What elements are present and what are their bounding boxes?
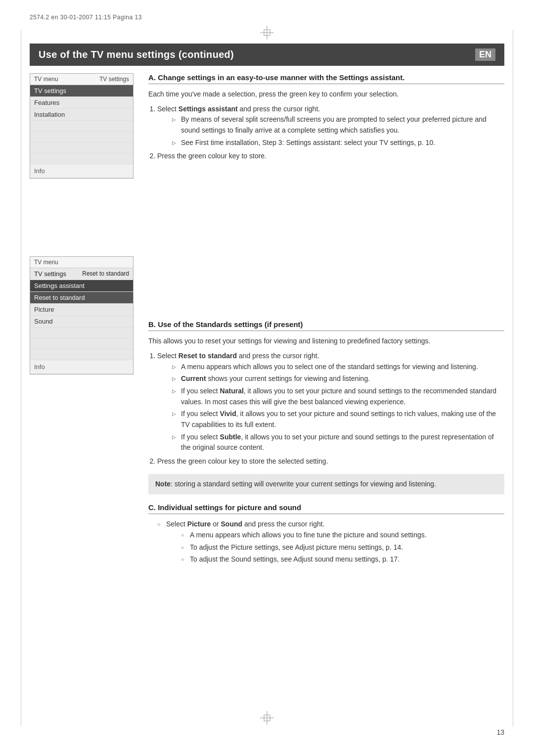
margin-line-left	[21, 30, 21, 726]
section-a-sub-2: See First time installation, Step 3: Set…	[172, 138, 504, 148]
section-a-steps: Select Settings assistant and press the …	[157, 104, 504, 162]
section-a-step-2: Press the green colour key to store.	[157, 151, 504, 162]
panel2-row-sound[interactable]: Sound	[30, 316, 133, 328]
section-b-sub-3: If you select Natural, it allows you to …	[172, 386, 504, 407]
panel2-tv-settings-label: TV settings	[34, 270, 66, 278]
panel1-header-right: TV settings	[99, 76, 129, 83]
section-b-step-1: Select Reset to standard and press the c…	[157, 351, 504, 453]
section-c-title: C. Individual settings for picture and s…	[148, 503, 504, 514]
crosshair-top	[260, 26, 274, 41]
section-b-step-2: Press the green colour key to store the …	[157, 456, 504, 467]
panel2-row-empty3	[30, 349, 133, 360]
section-a-sub-1: By means of several split screens/full s…	[172, 114, 504, 136]
section-b-sub-4: If you select Vivid, it allows you to se…	[172, 409, 504, 430]
section-c-sub-1: A menu appears which allows you to fine …	[181, 530, 504, 541]
section-a: A. Change settings in an easy-to-use man…	[148, 73, 504, 162]
panel1-row-tv-settings[interactable]: TV settings	[30, 85, 133, 97]
section-c-sub-2: To adjust the Picture settings, see Adju…	[181, 542, 504, 553]
panel1-row-empty1	[30, 121, 133, 132]
section-b-sub-5: If you select Subtle, it allows you to s…	[172, 432, 504, 453]
panel2-header: TV menu	[30, 257, 133, 268]
panel1-row-empty2	[30, 132, 133, 142]
section-b-step-1-subs: A menu appears which allows you to selec…	[172, 362, 504, 454]
panel2: TV menu TV settings Reset to standard Se…	[30, 256, 134, 375]
title-bar: Use of the TV menu settings (continued) …	[30, 44, 504, 66]
panel1-row-features[interactable]: Features	[30, 97, 133, 109]
section-a-step-1: Select Settings assistant and press the …	[157, 104, 504, 148]
crosshair-bottom	[260, 711, 274, 726]
section-b-steps: Select Reset to standard and press the c…	[157, 351, 504, 467]
section-b-intro: This allows you to reset your settings f…	[148, 336, 504, 347]
section-c-list: Select Picture or Sound and press the cu…	[157, 519, 504, 565]
panel2-row-tv-settings-reset[interactable]: TV settings Reset to standard	[30, 268, 133, 280]
section-a-title: A. Change settings in an easy-to-use man…	[148, 73, 504, 84]
section-b-sub-2: Current shows your current settings for …	[172, 374, 504, 384]
section-a-step-1-subs: By means of several split screens/full s…	[172, 114, 504, 148]
panel1-row-installation[interactable]: Installation	[30, 109, 133, 121]
section-b: B. Use of the Standards settings (if pre…	[148, 320, 504, 494]
title-bar-text: Use of the TV menu settings (continued)	[39, 49, 234, 60]
panel2-row-empty2	[30, 338, 133, 349]
margin-line-right	[513, 30, 513, 726]
note-box: Note: storing a standard setting will ov…	[148, 474, 504, 495]
section-c-item-1: Select Picture or Sound and press the cu…	[157, 519, 504, 565]
section-b-title: B. Use of the Standards settings (if pre…	[148, 320, 504, 331]
panel2-header-left: TV menu	[34, 259, 58, 266]
header-meta: 2574.2 en 30-01-2007 11:15 Pagina 13	[30, 14, 142, 21]
section-c: C. Individual settings for picture and s…	[148, 503, 504, 565]
panel2-row-empty1	[30, 328, 133, 338]
panel1-row-empty4	[30, 153, 133, 164]
panel1-row-info[interactable]: Info	[30, 164, 133, 178]
panel1-header: TV menu TV settings	[30, 74, 133, 85]
panel2-row-picture[interactable]: Picture	[30, 304, 133, 316]
panel1-row-empty3	[30, 142, 133, 153]
header-meta-text: 2574.2 en 30-01-2007 11:15 Pagina 13	[30, 14, 142, 21]
panel1: TV menu TV settings TV settings Features…	[30, 73, 134, 179]
panel1-header-left: TV menu	[34, 76, 58, 83]
panel2-row-info[interactable]: Info	[30, 360, 133, 374]
section-c-item-1-subs: A menu appears which allows you to fine …	[181, 530, 504, 565]
panel2-row-settings-assistant[interactable]: Settings assistant	[30, 280, 133, 292]
panel2-row-reset-to-standard[interactable]: Reset to standard	[30, 292, 133, 304]
section-c-sub-3: To adjust the Sound settings, see Adjust…	[181, 554, 504, 565]
title-bar-lang: EN	[475, 48, 495, 61]
content-area: A. Change settings in an easy-to-use man…	[148, 73, 504, 568]
section-b-sub-1: A menu appears which allows you to selec…	[172, 362, 504, 373]
section-a-intro: Each time you've made a selection, press…	[148, 89, 504, 100]
page-number: 13	[496, 728, 504, 736]
panel2-reset-label: Reset to standard	[82, 270, 129, 278]
